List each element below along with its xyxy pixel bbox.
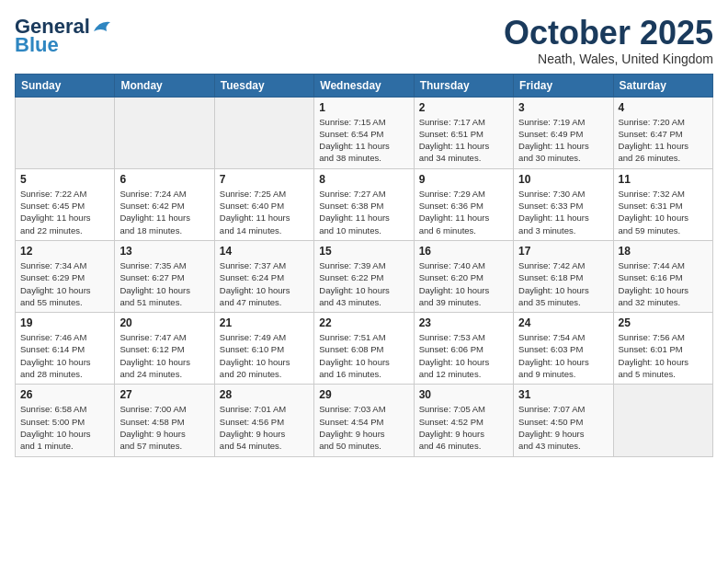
calendar-cell: 23Sunrise: 7:53 AM Sunset: 6:06 PM Dayli… (414, 313, 513, 385)
day-number: 29 (319, 388, 408, 401)
day-info: Sunrise: 7:29 AM Sunset: 6:36 PM Dayligh… (419, 188, 508, 236)
calendar-cell (214, 97, 313, 168)
day-info: Sunrise: 7:17 AM Sunset: 6:51 PM Dayligh… (419, 116, 508, 165)
day-number: 1 (319, 101, 408, 114)
day-number: 2 (419, 101, 508, 114)
calendar-cell: 18Sunrise: 7:44 AM Sunset: 6:16 PM Dayli… (613, 240, 712, 312)
logo-bird-icon (92, 18, 112, 35)
day-number: 4 (619, 101, 708, 114)
day-info: Sunrise: 7:24 AM Sunset: 6:42 PM Dayligh… (119, 188, 209, 236)
day-number: 9 (419, 173, 508, 186)
calendar-cell: 16Sunrise: 7:40 AM Sunset: 6:20 PM Dayli… (414, 240, 513, 312)
day-info: Sunrise: 7:37 AM Sunset: 6:24 PM Dayligh… (220, 259, 309, 308)
calendar-cell: 1Sunrise: 7:15 AM Sunset: 6:54 PM Daylig… (314, 97, 414, 168)
calendar-cell: 10Sunrise: 7:30 AM Sunset: 6:33 PM Dayli… (514, 168, 613, 240)
page-header: General Blue October 2025 Neath, Wales, … (15, 15, 713, 66)
day-info: Sunrise: 7:22 AM Sunset: 6:45 PM Dayligh… (20, 188, 109, 236)
calendar-cell: 31Sunrise: 7:07 AM Sunset: 4:50 PM Dayli… (514, 385, 613, 456)
calendar-cell: 3Sunrise: 7:19 AM Sunset: 6:49 PM Daylig… (514, 97, 613, 168)
calendar-cell: 26Sunrise: 6:58 AM Sunset: 5:00 PM Dayli… (16, 385, 115, 456)
day-number: 6 (119, 173, 209, 186)
day-info: Sunrise: 7:40 AM Sunset: 6:20 PM Dayligh… (419, 259, 508, 308)
day-number: 31 (518, 388, 608, 401)
day-info: Sunrise: 7:00 AM Sunset: 4:58 PM Dayligh… (119, 403, 209, 452)
day-info: Sunrise: 7:56 AM Sunset: 6:01 PM Dayligh… (619, 331, 708, 380)
day-number: 24 (518, 316, 608, 329)
weekday-header: Sunday (16, 74, 115, 97)
day-info: Sunrise: 7:42 AM Sunset: 6:18 PM Dayligh… (518, 259, 608, 308)
calendar-cell: 6Sunrise: 7:24 AM Sunset: 6:42 PM Daylig… (115, 168, 214, 240)
day-number: 8 (319, 173, 408, 186)
calendar-cell (16, 97, 115, 168)
calendar-cell: 14Sunrise: 7:37 AM Sunset: 6:24 PM Dayli… (214, 240, 313, 312)
day-info: Sunrise: 7:51 AM Sunset: 6:08 PM Dayligh… (319, 331, 408, 380)
calendar-cell: 9Sunrise: 7:29 AM Sunset: 6:36 PM Daylig… (414, 168, 513, 240)
day-number: 25 (619, 316, 708, 329)
location: Neath, Wales, United Kingdom (504, 52, 713, 66)
calendar-cell: 15Sunrise: 7:39 AM Sunset: 6:22 PM Dayli… (314, 240, 414, 312)
weekday-header: Tuesday (214, 74, 313, 97)
day-number: 13 (119, 245, 209, 258)
calendar-cell: 7Sunrise: 7:25 AM Sunset: 6:40 PM Daylig… (214, 168, 313, 240)
calendar-week-row: 12Sunrise: 7:34 AM Sunset: 6:29 PM Dayli… (16, 240, 713, 312)
day-number: 15 (319, 245, 408, 258)
day-info: Sunrise: 7:19 AM Sunset: 6:49 PM Dayligh… (518, 116, 608, 165)
calendar-cell: 29Sunrise: 7:03 AM Sunset: 4:54 PM Dayli… (314, 385, 414, 456)
day-info: Sunrise: 7:44 AM Sunset: 6:16 PM Dayligh… (619, 259, 708, 308)
day-info: Sunrise: 7:54 AM Sunset: 6:03 PM Dayligh… (518, 331, 608, 380)
logo: General Blue (15, 15, 112, 57)
calendar-cell: 27Sunrise: 7:00 AM Sunset: 4:58 PM Dayli… (115, 385, 214, 456)
day-info: Sunrise: 7:01 AM Sunset: 4:56 PM Dayligh… (220, 403, 309, 452)
calendar-cell: 28Sunrise: 7:01 AM Sunset: 4:56 PM Dayli… (214, 385, 313, 456)
day-info: Sunrise: 7:34 AM Sunset: 6:29 PM Dayligh… (20, 259, 109, 308)
calendar-cell: 20Sunrise: 7:47 AM Sunset: 6:12 PM Dayli… (115, 313, 214, 385)
weekday-header: Wednesday (314, 74, 414, 97)
day-number: 14 (220, 245, 309, 258)
day-info: Sunrise: 6:58 AM Sunset: 5:00 PM Dayligh… (20, 403, 109, 452)
calendar-cell: 2Sunrise: 7:17 AM Sunset: 6:51 PM Daylig… (414, 97, 513, 168)
day-info: Sunrise: 7:25 AM Sunset: 6:40 PM Dayligh… (220, 188, 309, 236)
month-title: October 2025 (504, 15, 713, 52)
day-info: Sunrise: 7:53 AM Sunset: 6:06 PM Dayligh… (419, 331, 508, 380)
calendar-cell: 24Sunrise: 7:54 AM Sunset: 6:03 PM Dayli… (514, 313, 613, 385)
weekday-header: Saturday (613, 74, 712, 97)
title-block: October 2025 Neath, Wales, United Kingdo… (504, 15, 713, 66)
day-number: 18 (619, 245, 708, 258)
day-number: 3 (518, 101, 608, 114)
calendar-cell: 22Sunrise: 7:51 AM Sunset: 6:08 PM Dayli… (314, 313, 414, 385)
calendar-cell (613, 385, 712, 456)
calendar-cell: 4Sunrise: 7:20 AM Sunset: 6:47 PM Daylig… (613, 97, 712, 168)
calendar-cell: 17Sunrise: 7:42 AM Sunset: 6:18 PM Dayli… (514, 240, 613, 312)
calendar-cell: 25Sunrise: 7:56 AM Sunset: 6:01 PM Dayli… (613, 313, 712, 385)
day-info: Sunrise: 7:49 AM Sunset: 6:10 PM Dayligh… (220, 331, 309, 380)
day-info: Sunrise: 7:07 AM Sunset: 4:50 PM Dayligh… (518, 403, 608, 452)
day-info: Sunrise: 7:39 AM Sunset: 6:22 PM Dayligh… (319, 259, 408, 308)
calendar-week-row: 19Sunrise: 7:46 AM Sunset: 6:14 PM Dayli… (16, 313, 713, 385)
calendar-table: SundayMondayTuesdayWednesdayThursdayFrid… (15, 74, 713, 457)
weekday-header: Monday (115, 74, 214, 97)
day-info: Sunrise: 7:47 AM Sunset: 6:12 PM Dayligh… (119, 331, 209, 380)
calendar-cell: 8Sunrise: 7:27 AM Sunset: 6:38 PM Daylig… (314, 168, 414, 240)
day-number: 12 (20, 245, 109, 258)
calendar-cell: 5Sunrise: 7:22 AM Sunset: 6:45 PM Daylig… (16, 168, 115, 240)
calendar-week-row: 5Sunrise: 7:22 AM Sunset: 6:45 PM Daylig… (16, 168, 713, 240)
day-number: 21 (220, 316, 309, 329)
day-info: Sunrise: 7:15 AM Sunset: 6:54 PM Dayligh… (319, 116, 408, 165)
day-number: 30 (419, 388, 508, 401)
day-number: 28 (220, 388, 309, 401)
day-number: 16 (419, 245, 508, 258)
weekday-header-row: SundayMondayTuesdayWednesdayThursdayFrid… (16, 74, 713, 97)
day-number: 23 (419, 316, 508, 329)
day-info: Sunrise: 7:30 AM Sunset: 6:33 PM Dayligh… (518, 188, 608, 236)
day-number: 20 (119, 316, 209, 329)
day-info: Sunrise: 7:27 AM Sunset: 6:38 PM Dayligh… (319, 188, 408, 236)
calendar-cell: 13Sunrise: 7:35 AM Sunset: 6:27 PM Dayli… (115, 240, 214, 312)
logo-blue: Blue (15, 33, 59, 57)
calendar-cell: 19Sunrise: 7:46 AM Sunset: 6:14 PM Dayli… (16, 313, 115, 385)
calendar-cell: 30Sunrise: 7:05 AM Sunset: 4:52 PM Dayli… (414, 385, 513, 456)
day-number: 17 (518, 245, 608, 258)
day-number: 11 (619, 173, 708, 186)
day-number: 22 (319, 316, 408, 329)
day-number: 10 (518, 173, 608, 186)
calendar-week-row: 26Sunrise: 6:58 AM Sunset: 5:00 PM Dayli… (16, 385, 713, 456)
